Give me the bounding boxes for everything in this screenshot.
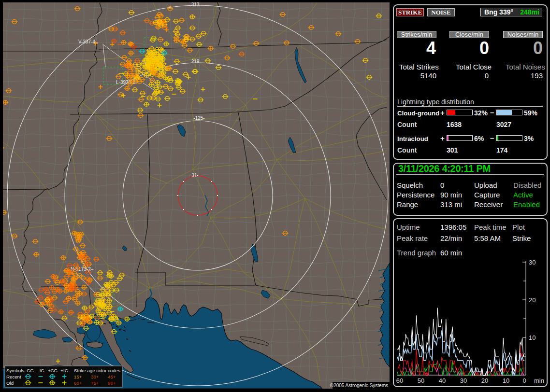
- svg-text:Strike age color codes: Strike age color codes: [74, 368, 120, 373]
- svg-text:30: 30: [460, 377, 467, 384]
- svg-text:20: 20: [481, 377, 488, 384]
- svg-text:-31-: -31-: [190, 173, 199, 178]
- svg-text:Recent: Recent: [6, 374, 21, 379]
- svg-text:50: 50: [418, 377, 424, 384]
- svg-text:0: 0: [522, 377, 526, 384]
- svg-text:-IC: -IC: [38, 368, 44, 373]
- svg-text:©2005 Astrogenic Systems: ©2005 Astrogenic Systems: [330, 383, 388, 388]
- svg-text:75+: 75+: [91, 380, 99, 386]
- svg-text:+IC: +IC: [60, 368, 68, 373]
- svg-text:10: 10: [529, 334, 536, 341]
- svg-text:-CG: -CG: [25, 368, 34, 373]
- svg-text:60+: 60+: [74, 380, 82, 386]
- svg-text:-313-: -313-: [189, 2, 201, 7]
- svg-text:-125-: -125-: [193, 115, 204, 121]
- svg-text:-219-: -219-: [189, 59, 201, 64]
- svg-text:90+: 90+: [108, 380, 116, 386]
- svg-text:10: 10: [503, 377, 509, 384]
- svg-text:Old: Old: [6, 380, 14, 386]
- svg-text:20: 20: [529, 296, 536, 304]
- svg-text:30: 30: [529, 259, 536, 266]
- svg-text:60: 60: [396, 377, 403, 384]
- svg-text:Symbols: Symbols: [6, 368, 24, 373]
- svg-text:+CG: +CG: [48, 368, 58, 373]
- svg-text:45+: 45+: [108, 374, 116, 379]
- svg-text:min: min: [534, 377, 544, 384]
- svg-text:40: 40: [439, 377, 446, 384]
- svg-text:15+: 15+: [74, 374, 82, 379]
- svg-text:30+: 30+: [91, 374, 99, 379]
